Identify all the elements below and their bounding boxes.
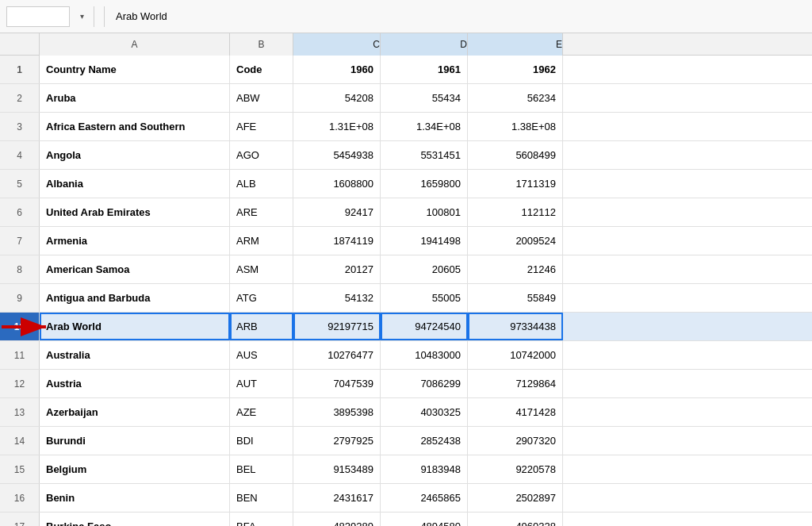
cell-d[interactable]: 55434 <box>381 84 468 112</box>
cell-e[interactable]: 5608499 <box>468 141 563 169</box>
cell-c[interactable]: 54132 <box>293 284 381 312</box>
cell-b[interactable]: ARM <box>230 227 293 255</box>
cell-c[interactable]: 9153489 <box>293 455 381 483</box>
cell-b[interactable]: BEN <box>230 484 293 512</box>
cell-a[interactable]: Belgium <box>40 455 230 483</box>
cell-c[interactable]: 4829289 <box>293 513 381 526</box>
cell-b[interactable]: ALB <box>230 170 293 198</box>
col-header-b[interactable]: B <box>230 33 293 56</box>
cell-d[interactable]: 1.34E+08 <box>381 113 468 140</box>
cell-e[interactable]: 10742000 <box>468 341 563 369</box>
cell-a[interactable]: Angola <box>40 141 230 169</box>
table-row[interactable]: 10Arab WorldARB921977159472454097334438 <box>0 313 812 341</box>
cell-c[interactable]: 7047539 <box>293 370 381 397</box>
table-row[interactable]: 17Burkina FasoBFA482928948945804960328 <box>0 513 812 526</box>
cell-c[interactable]: 54208 <box>293 84 381 112</box>
cell-e[interactable]: 4960328 <box>468 513 563 526</box>
cell-e[interactable]: 97334438 <box>468 313 563 340</box>
cell-c[interactable]: 92197715 <box>293 313 381 340</box>
cell-d[interactable]: 9183948 <box>381 455 468 483</box>
cell-b[interactable]: ABW <box>230 84 293 112</box>
cell-e[interactable]: 2502897 <box>468 484 563 512</box>
table-row[interactable]: 2ArubaABW542085543456234 <box>0 84 812 113</box>
cell-b[interactable]: AUS <box>230 341 293 369</box>
cell-e[interactable]: 21246 <box>468 255 563 283</box>
cell-a[interactable]: Benin <box>40 484 230 512</box>
cell-e[interactable]: 56234 <box>468 84 563 112</box>
cell-b[interactable]: AGO <box>230 141 293 169</box>
table-row[interactable]: 3Africa Eastern and SouthernAFE1.31E+081… <box>0 113 812 141</box>
cell-e[interactable]: 1711319 <box>468 170 563 198</box>
cell-c[interactable]: 92417 <box>293 198 381 226</box>
cell-d[interactable]: 4894580 <box>381 513 468 526</box>
col-header-a[interactable]: A <box>40 33 230 56</box>
cell-e[interactable]: 1962 <box>468 56 563 83</box>
cell-d[interactable]: 4030325 <box>381 398 468 426</box>
table-row[interactable]: 5AlbaniaALB160880016598001711319 <box>0 170 812 198</box>
cell-e[interactable]: 1.38E+08 <box>468 113 563 140</box>
table-row[interactable]: 11AustraliaAUS102764771048300010742000 <box>0 341 812 370</box>
cell-d[interactable]: 2852438 <box>381 427 468 455</box>
cell-d[interactable]: 2465865 <box>381 484 468 512</box>
cell-c[interactable]: 2431617 <box>293 484 381 512</box>
table-row[interactable]: 7ArmeniaARM187411919414982009524 <box>0 227 812 255</box>
table-row[interactable]: 14BurundiBDI279792528524382907320 <box>0 427 812 455</box>
cell-reference-box[interactable] <box>6 6 70 27</box>
cell-d[interactable]: 20605 <box>381 255 468 283</box>
cell-a[interactable]: Burundi <box>40 427 230 455</box>
table-row[interactable]: 16BeninBEN243161724658652502897 <box>0 484 812 513</box>
cell-d[interactable]: 7086299 <box>381 370 468 397</box>
cell-e[interactable]: 9220578 <box>468 455 563 483</box>
table-row[interactable]: 13AzerbaijanAZE389539840303254171428 <box>0 398 812 427</box>
cell-e[interactable]: 55849 <box>468 284 563 312</box>
cell-a[interactable]: United Arab Emirates <box>40 198 230 226</box>
cell-b[interactable]: ARE <box>230 198 293 226</box>
cell-a[interactable]: Africa Eastern and Southern <box>40 113 230 140</box>
cell-a[interactable]: Aruba <box>40 84 230 112</box>
cell-c[interactable]: 20127 <box>293 255 381 283</box>
cell-e[interactable]: 7129864 <box>468 370 563 397</box>
cell-b[interactable]: ATG <box>230 284 293 312</box>
cell-b[interactable]: BEL <box>230 455 293 483</box>
cell-c[interactable]: 1.31E+08 <box>293 113 381 140</box>
cell-b[interactable]: BDI <box>230 427 293 455</box>
cell-a[interactable]: Arab World <box>40 313 230 340</box>
cell-d[interactable]: 5531451 <box>381 141 468 169</box>
table-row[interactable]: 1Country NameCode196019611962 <box>0 56 812 84</box>
table-row[interactable]: 15BelgiumBEL915348991839489220578 <box>0 455 812 484</box>
cell-c[interactable]: 1960 <box>293 56 381 83</box>
col-header-d[interactable]: D <box>381 33 468 56</box>
cell-e[interactable]: 112112 <box>468 198 563 226</box>
col-header-c[interactable]: C <box>293 33 381 56</box>
cell-c[interactable]: 3895398 <box>293 398 381 426</box>
cell-a[interactable]: Australia <box>40 341 230 369</box>
cell-d[interactable]: 55005 <box>381 284 468 312</box>
table-row[interactable]: 4AngolaAGO545493855314515608499 <box>0 141 812 170</box>
cell-b[interactable]: ARB <box>230 313 293 340</box>
cell-e[interactable]: 2907320 <box>468 427 563 455</box>
cell-b[interactable]: BFA <box>230 513 293 526</box>
cell-a[interactable]: Antigua and Barbuda <box>40 284 230 312</box>
cell-b[interactable]: ASM <box>230 255 293 283</box>
cell-a[interactable]: Albania <box>40 170 230 198</box>
cell-d[interactable]: 1961 <box>381 56 468 83</box>
table-row[interactable]: 12AustriaAUT704753970862997129864 <box>0 370 812 398</box>
cell-b[interactable]: AZE <box>230 398 293 426</box>
col-header-e[interactable]: E <box>468 33 563 56</box>
cell-b[interactable]: AFE <box>230 113 293 140</box>
cell-d[interactable]: 1659800 <box>381 170 468 198</box>
cell-d[interactable]: 100801 <box>381 198 468 226</box>
cell-a[interactable]: Armenia <box>40 227 230 255</box>
table-row[interactable]: 6United Arab EmiratesARE9241710080111211… <box>0 198 812 227</box>
cell-a[interactable]: Azerbaijan <box>40 398 230 426</box>
cell-e[interactable]: 4171428 <box>468 398 563 426</box>
cell-a[interactable]: American Samoa <box>40 255 230 283</box>
table-row[interactable]: 8American SamoaASM201272060521246 <box>0 255 812 284</box>
formula-input[interactable] <box>109 6 806 27</box>
table-row[interactable]: 9Antigua and BarbudaATG541325500555849 <box>0 284 812 313</box>
cell-c[interactable]: 1608800 <box>293 170 381 198</box>
cell-b[interactable]: AUT <box>230 370 293 397</box>
cell-c[interactable]: 5454938 <box>293 141 381 169</box>
cell-c[interactable]: 1874119 <box>293 227 381 255</box>
cell-c[interactable]: 10276477 <box>293 341 381 369</box>
